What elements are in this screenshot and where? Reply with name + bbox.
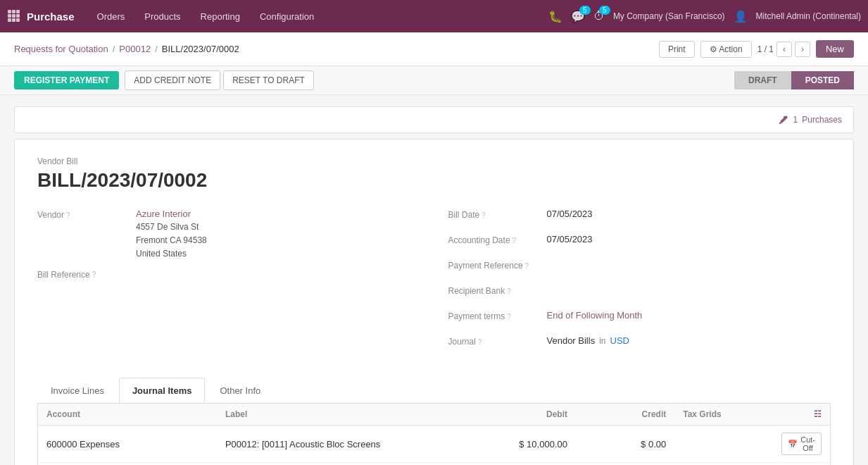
row1-account[interactable]: 600000 Expenses	[38, 426, 217, 463]
nav-reporting[interactable]: Reporting	[192, 7, 249, 26]
nav-configuration[interactable]: Configuration	[251, 7, 322, 26]
pager-next[interactable]: ›	[795, 42, 810, 57]
row2-debit: $ 0.00	[477, 463, 576, 466]
status-posted[interactable]: POSTED	[791, 71, 854, 89]
recipient-bank-hint: ?	[507, 287, 511, 295]
nav-products[interactable]: Products	[136, 7, 189, 26]
breadcrumb-bill: BILL/2023/07/0002	[162, 44, 239, 54]
journal-value-group: Vendor Bills in USD	[547, 335, 831, 346]
svg-rect-7	[12, 18, 15, 22]
bill-reference-hint: ?	[92, 271, 96, 278]
col-credit: Credit	[576, 404, 674, 426]
nav-right-area: 🐛 💬 5 ⏱ 5 My Company (San Francisco) 👤 M…	[548, 10, 861, 23]
filter-icon[interactable]: ☷	[814, 409, 822, 419]
row2-account[interactable]: 211000 Account Payable	[38, 463, 217, 466]
edit-icon	[778, 114, 789, 125]
row2-label[interactable]	[217, 463, 477, 466]
bill-date-value[interactable]: 07/05/2023	[547, 209, 831, 219]
form-grid: Vendor ? Azure Interior 4557 De Silva St…	[37, 209, 831, 361]
journal-items-table-section: Account Label Debit Credit Tax Grids	[37, 404, 831, 465]
vendor-field-row: Vendor ? Azure Interior 4557 De Silva St…	[37, 209, 420, 261]
journal-hint: ?	[478, 338, 482, 346]
table-header-row: Account Label Debit Credit Tax Grids	[38, 404, 830, 426]
payment-terms-field-row: Payment terms ? End of Following Month	[448, 310, 831, 328]
svg-rect-0	[8, 10, 11, 13]
print-button[interactable]: Print	[659, 41, 695, 58]
new-button[interactable]: New	[816, 40, 854, 58]
table-row: 600000 Expenses P00012: [0011] Acoustic …	[38, 426, 830, 463]
col-debit: Debit	[477, 404, 576, 426]
vendor-address: 4557 De Silva StFremont CA 94538United S…	[136, 221, 420, 261]
top-navigation: Purchase Orders Products Reporting Confi…	[0, 0, 868, 32]
pager-text: 1 / 1	[757, 44, 774, 54]
svg-rect-6	[8, 18, 11, 22]
tabs-bar: Invoice Lines Journal Items Other Info	[37, 378, 831, 404]
vendor-bill-label: Vendor Bill	[37, 156, 831, 166]
user-avatar[interactable]: 👤	[734, 10, 748, 23]
bill-date-hint: ?	[482, 211, 486, 219]
messages-badge: 5	[579, 6, 591, 15]
purchases-count-link[interactable]: 1 Purchases	[778, 114, 842, 125]
breadcrumb-actions: Print ⚙ Action 1 / 1 ‹ › New	[659, 40, 854, 58]
breadcrumb-sep1: /	[113, 44, 115, 54]
accounting-date-label: Accounting Date ?	[448, 234, 547, 245]
breadcrumb-rfq[interactable]: Requests for Quotation	[14, 44, 108, 54]
row2-credit: $ 10,000.00	[576, 463, 674, 466]
action-bar: REGISTER PAYMENT ADD CREDIT NOTE RESET T…	[0, 66, 868, 95]
gear-icon: ⚙	[710, 44, 717, 54]
breadcrumb-bar: Requests for Quotation / P00012 / BILL/2…	[0, 32, 868, 66]
svg-rect-4	[12, 14, 15, 18]
recipient-bank-label: Recipient Bank ?	[448, 285, 547, 296]
journal-label: Journal ?	[448, 335, 547, 347]
vendor-label: Vendor ?	[37, 209, 136, 220]
messages-icon[interactable]: 💬 5	[571, 10, 585, 23]
vendor-name[interactable]: Azure Interior	[136, 209, 420, 219]
svg-rect-2	[16, 10, 20, 13]
recipient-bank-field-row: Recipient Bank ?	[448, 285, 831, 303]
vendor-value: Azure Interior 4557 De Silva StFremont C…	[136, 209, 420, 261]
bill-number: BILL/2023/07/0002	[37, 169, 831, 192]
svg-rect-1	[12, 10, 15, 13]
grid-icon[interactable]	[7, 9, 20, 24]
calendar-icon: 📅	[788, 440, 798, 449]
breadcrumb: Requests for Quotation / P00012 / BILL/2…	[14, 44, 239, 54]
nav-orders[interactable]: Orders	[89, 7, 134, 26]
breadcrumb-po[interactable]: P00012	[119, 44, 151, 54]
status-draft[interactable]: DRAFT	[734, 71, 791, 89]
pager: 1 / 1 ‹ ›	[757, 42, 810, 57]
journal-currency[interactable]: USD	[610, 335, 831, 346]
register-payment-button[interactable]: REGISTER PAYMENT	[14, 71, 119, 89]
tab-invoice-lines[interactable]: Invoice Lines	[37, 378, 118, 403]
add-credit-note-button[interactable]: ADD CREDIT NOTE	[125, 70, 220, 90]
accounting-date-field-row: Accounting Date ? 07/05/2023	[448, 234, 831, 252]
bug-icon[interactable]: 🐛	[548, 10, 562, 23]
payment-terms-value[interactable]: End of Following Month	[547, 310, 831, 321]
col-account: Account	[38, 404, 217, 426]
bill-date-field-row: Bill Date ? 07/05/2023	[448, 209, 831, 227]
main-content: 1 Purchases Vendor Bill BILL/2023/07/000…	[0, 95, 868, 465]
journal-value[interactable]: Vendor Bills	[547, 335, 596, 346]
action-button[interactable]: ⚙ Action	[700, 41, 752, 58]
pager-prev[interactable]: ‹	[776, 42, 792, 57]
tab-journal-items[interactable]: Journal Items	[119, 378, 206, 403]
journal-field-row: Journal ? Vendor Bills in USD	[448, 335, 831, 354]
reset-to-draft-button[interactable]: RESET TO DRAFT	[223, 70, 314, 90]
row1-debit: $ 10,000.00	[477, 426, 576, 463]
app-name[interactable]: Purchase	[27, 11, 75, 23]
col-label: Label	[217, 404, 477, 426]
payment-reference-hint: ?	[525, 262, 529, 270]
purchases-count-num: 1	[793, 115, 798, 125]
accounting-date-value[interactable]: 07/05/2023	[547, 234, 831, 244]
company-name[interactable]: My Company (San Francisco)	[613, 11, 725, 21]
cut-off-button[interactable]: 📅 Cut-Off	[781, 433, 822, 455]
tab-other-info[interactable]: Other Info	[206, 378, 274, 403]
user-name[interactable]: Mitchell Admin (Continental)	[756, 11, 861, 21]
clock-icon[interactable]: ⏱ 5	[593, 10, 605, 23]
bill-reference-field-row: Bill Reference ?	[37, 268, 420, 287]
svg-rect-3	[8, 14, 11, 18]
bill-date-label: Bill Date ?	[448, 209, 547, 220]
col-tax-grids: Tax Grids	[674, 404, 773, 426]
row1-label[interactable]: P00012: [0011] Acoustic Bloc Screens	[217, 426, 477, 463]
bill-reference-label: Bill Reference ?	[37, 268, 136, 280]
form-left-column: Vendor ? Azure Interior 4557 De Silva St…	[37, 209, 420, 361]
